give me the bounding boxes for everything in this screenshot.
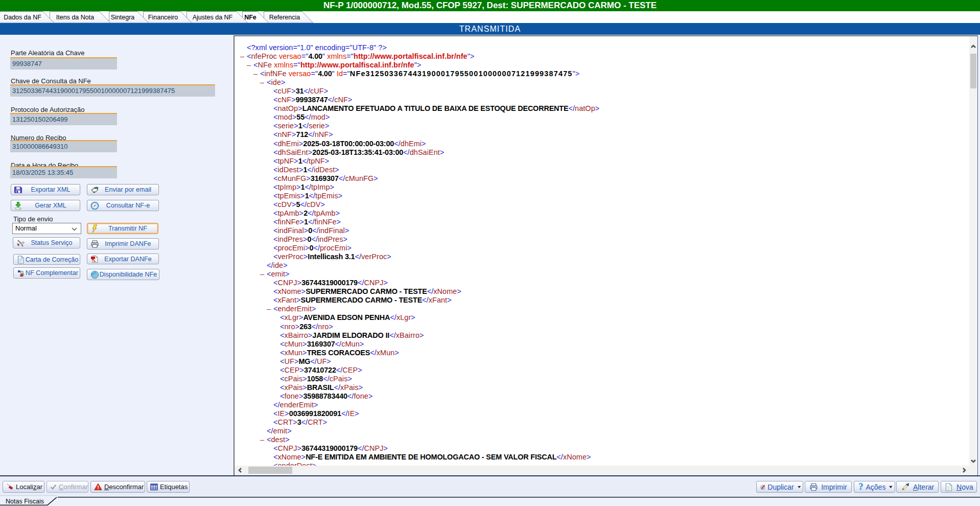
svg-text:NFe: NFe xyxy=(244,14,256,21)
svg-text:Ajustes da NF: Ajustes da NF xyxy=(193,14,233,21)
svg-text:Notas Fiscais: Notas Fiscais xyxy=(6,498,44,505)
svg-text:Financeiro: Financeiro xyxy=(148,14,178,21)
svg-text:Sintegra: Sintegra xyxy=(111,14,135,21)
svg-text:Itens da Nota: Itens da Nota xyxy=(56,14,94,21)
svg-text:Referencia: Referencia xyxy=(269,14,300,21)
svg-text:Dados da NF: Dados da NF xyxy=(4,14,41,21)
